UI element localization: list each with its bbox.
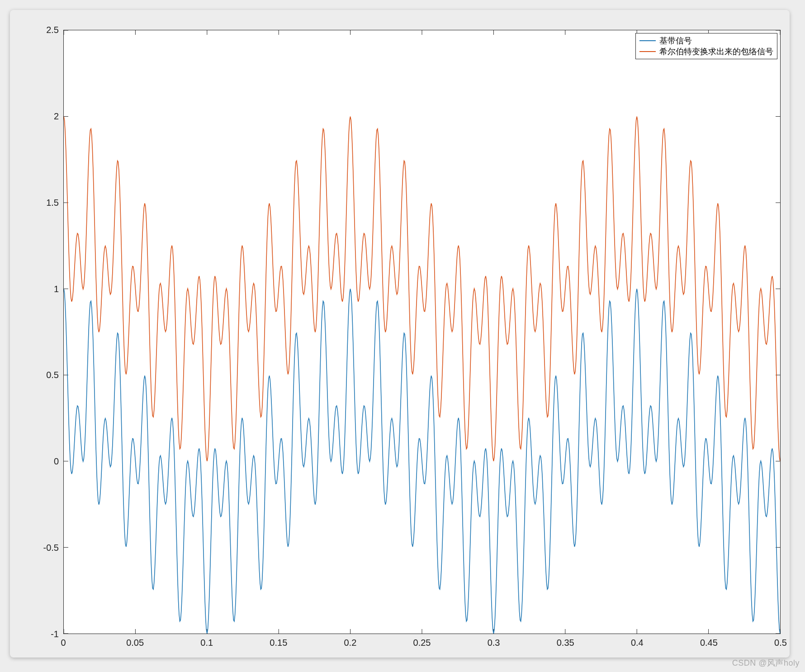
y-tick-label: -0.5: [32, 543, 59, 553]
x-tick-label: 0.15: [270, 638, 287, 648]
x-tick-label: 0.4: [631, 638, 644, 648]
legend-swatch-1: [639, 51, 656, 52]
legend-swatch-0: [639, 40, 656, 41]
figure-frame: 基带信号 希尔伯特变换求出来的包络信号 -1-0.500.511.522.5 0…: [10, 10, 790, 658]
legend: 基带信号 希尔伯特变换求出来的包络信号: [635, 33, 777, 59]
line-envelope: [64, 117, 780, 461]
line-baseband: [64, 289, 780, 634]
y-tick-label: 0: [32, 456, 59, 467]
x-tick-label: 0.35: [557, 638, 574, 648]
x-tick-label: 0.45: [700, 638, 718, 648]
y-tick-label: -1: [32, 629, 59, 639]
watermark: CSDN @风声holy: [732, 658, 800, 668]
legend-label-1: 希尔伯特变换求出来的包络信号: [659, 46, 773, 57]
x-tick-label: 0: [61, 638, 66, 648]
y-tick-label: 1.5: [32, 197, 59, 208]
x-tick-label: 0.25: [413, 638, 431, 648]
y-tick-label: 1: [32, 284, 59, 294]
legend-item-1: 希尔伯特变换求出来的包络信号: [639, 46, 773, 57]
plot-axes: 基带信号 希尔伯特变换求出来的包络信号: [63, 30, 781, 634]
x-tick-label: 0.1: [200, 638, 213, 648]
y-tick-label: 2: [32, 111, 59, 121]
plot-svg: [64, 30, 780, 634]
x-tick-label: 0.2: [344, 638, 356, 648]
x-tick-label: 0.5: [774, 638, 787, 648]
y-tick-label: 0.5: [32, 370, 59, 380]
y-tick-label: 2.5: [32, 25, 59, 35]
legend-label-0: 基带信号: [659, 35, 692, 46]
x-tick-label: 0.05: [126, 638, 144, 648]
x-tick-label: 0.3: [488, 638, 500, 648]
legend-item-0: 基带信号: [639, 35, 773, 46]
